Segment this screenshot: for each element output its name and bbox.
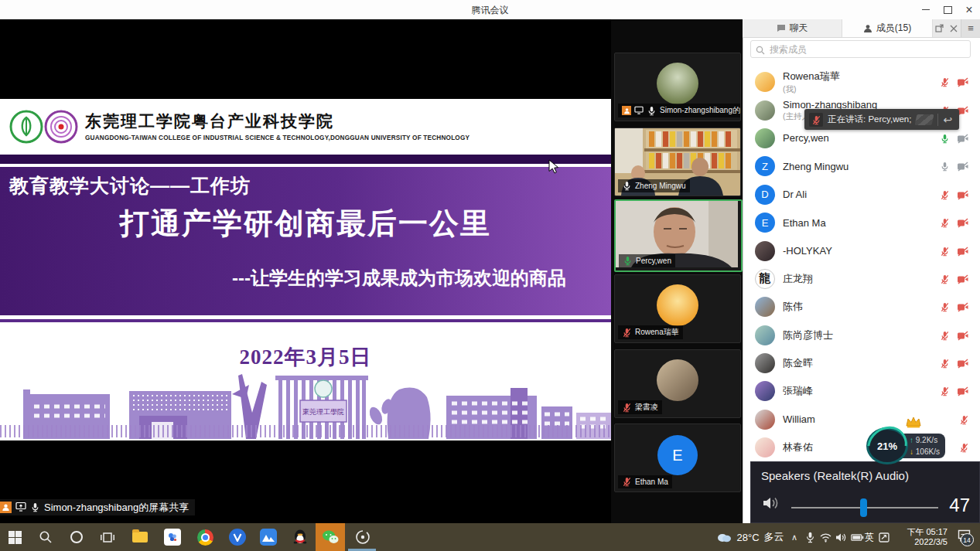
maximize-button[interactable] [937,0,958,19]
tray-network-item[interactable] [817,523,834,551]
search-icon [39,530,53,544]
mic-status-icon [959,440,969,454]
member-row[interactable]: E Ethan Ma [743,209,980,236]
video-thumbnail-liang[interactable]: 梁書凌 [614,349,741,418]
app-button-3[interactable] [254,523,283,551]
search-input[interactable] [750,40,971,58]
tray-mic-item[interactable] [801,523,818,551]
popout-panel-icon[interactable] [935,22,944,36]
close-panel-icon[interactable] [950,22,958,36]
recorder-icon [355,529,370,545]
member-row[interactable]: Rowena瑞華 (我) [743,68,980,96]
screen-share-banner-text: Simon-zhangshibang的屏幕共享 [44,501,189,515]
mic-status-icon [940,356,950,370]
member-row[interactable]: 龍 庄龙翔 [743,265,980,293]
search-icon [756,44,765,58]
mic-speaking-icon [623,256,633,266]
tab-chat[interactable]: 聊天 [743,19,842,37]
cortana-button[interactable] [62,523,91,551]
camera-status-icon [957,131,969,145]
tray-overflow-chevron[interactable] [786,523,803,551]
member-role: (我) [783,84,940,95]
member-avatar [755,381,775,401]
camera-status-icon [957,188,969,202]
avatar [657,359,698,401]
clock-time: 下午 05:17 [907,527,948,537]
member-name: 庄龙翔 [783,272,940,286]
volume-flyout: Speakers (Realtek(R) Audio) 47 [750,461,980,523]
member-avatar: Z [755,156,775,176]
folder-icon [132,532,148,542]
mic-status-icon [940,244,950,258]
member-name: -HOLYKAY [783,245,940,257]
member-row[interactable]: 張瑞峰 [743,377,980,405]
video-thumbnail-percy-active-speaker[interactable]: Percy,wen [614,199,743,272]
tray-language-item[interactable]: 英 [862,523,877,551]
start-button[interactable] [0,523,29,551]
slide-main-title: 打通产学研创商最后一公里 [0,204,611,243]
college-name-en: GUANGDONG-TAIWAN COLLEGE OF INDUSTRIAL S… [85,134,470,141]
clock[interactable]: 下午 05:17 2022/3/5 [907,527,948,547]
taskbar-search-button[interactable] [31,523,60,551]
tray-volume-item[interactable] [832,523,849,551]
task-view-icon [101,532,114,543]
avatar-letter: E [657,435,698,475]
video-thumbnail-simon[interactable]: Simon-zhangshibang的... [614,53,741,121]
member-status-icons [940,75,969,89]
tab-members[interactable]: 成员(15) [842,19,933,37]
member-search [750,40,971,58]
member-text: 陈金晖 [783,356,940,370]
video-thumbnail-zheng[interactable]: Zheng Mingwu [614,128,741,196]
mic-status-icon [940,216,950,230]
unmute-reply-icon[interactable] [943,114,952,126]
close-button[interactable] [958,0,980,19]
file-explorer-button[interactable] [125,523,155,551]
app-button-2[interactable] [223,523,252,551]
speaker-icon[interactable] [762,495,780,514]
member-name: William [783,413,959,425]
panel-menu-icon[interactable] [961,19,980,37]
college-logo-green-icon [9,110,43,144]
task-view-button[interactable] [93,523,122,551]
camera-status-icon [957,159,969,173]
video-thumbnail-ethan[interactable]: E Ethan Ma [614,423,741,492]
speaker-tray-icon [835,532,846,542]
action-center-button[interactable]: 14 [952,523,975,551]
speaking-toast: 正在讲话: Percy,wen; [804,109,959,130]
member-row[interactable]: 陈伟 [743,293,980,321]
volume-slider-thumb[interactable] [860,498,867,517]
mountain-app-icon [260,529,277,546]
member-row[interactable]: William [743,406,980,434]
upload-speed: 9.2K/s [916,436,937,444]
chrome-button[interactable] [190,523,220,551]
speaking-toast-text: 正在讲话: Percy,wen; [828,114,911,125]
mic-status-icon [940,300,950,314]
slide-subtitle: ---让学生的学习成果成为市场欢迎的商品 [0,266,566,291]
net-usage-circle[interactable]: 21% [866,427,908,464]
screen: 腾讯会议 东莞理工学院粤台产业科技学院 GUANGDONG-TAIWAN COL… [0,0,980,551]
member-avatar [755,72,775,92]
recorder-button[interactable] [348,523,377,551]
video-thumbnail-rowena[interactable]: Rowena瑞華 [614,274,741,343]
member-row[interactable]: -HOLYKAY [743,236,980,264]
camera-status-icon [957,300,969,314]
tray-touch-keyboard-item[interactable] [876,523,893,551]
app-button-1[interactable] [158,523,187,551]
wechat-button-highlighted[interactable] [316,523,345,551]
qq-button[interactable] [285,523,315,551]
member-row[interactable]: 陈金晖 [743,349,980,377]
member-text: Rowena瑞華 (我) [783,70,940,95]
mic-muted-icon [622,477,632,487]
member-row[interactable]: Z Zheng Mingwu [743,152,980,180]
screen-share-icon [634,106,644,116]
weather-tray-item[interactable]: 28°C 多云 [708,523,793,551]
members-icon [863,24,872,33]
member-status-icons [940,356,969,370]
member-name: 陈尚彦博士 [783,328,940,342]
member-row[interactable]: 陈尚彦博士 [743,321,980,349]
member-status-icons [940,272,969,286]
member-text: William [783,413,959,425]
minimize-button[interactable] [915,0,937,19]
member-row[interactable]: D Dr Ali [743,181,980,209]
camera-status-icon [957,328,969,342]
